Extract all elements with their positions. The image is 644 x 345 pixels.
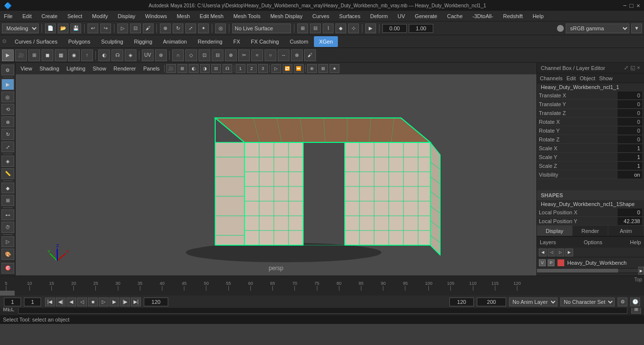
show-menu[interactable]: Show bbox=[90, 65, 110, 72]
channel-value[interactable]: 1 bbox=[618, 144, 642, 152]
render-view-left[interactable]: ▷ bbox=[1, 236, 14, 247]
layer-next-btn[interactable]: ▷ bbox=[556, 249, 564, 256]
move-tool-left[interactable]: ⊕ bbox=[1, 116, 14, 127]
tab-fx-caching[interactable]: FX Caching bbox=[246, 36, 284, 47]
object-menu[interactable]: Object bbox=[579, 75, 595, 81]
vp-camera-btn[interactable]: 🎥 bbox=[166, 64, 176, 73]
next-frame-btn[interactable]: ▶ bbox=[110, 298, 119, 306]
hypershade-left[interactable]: 🎨 bbox=[1, 249, 14, 259]
snap-grid[interactable]: ⊟ bbox=[310, 23, 321, 33]
menu-item-help[interactable]: Help bbox=[531, 12, 546, 20]
vp-xray-btn[interactable]: ☊ bbox=[222, 64, 232, 73]
scale-tool-left[interactable]: ⤢ bbox=[1, 141, 14, 152]
mirror-button[interactable]: ↔ bbox=[278, 49, 289, 61]
snap-curve[interactable]: ⌇ bbox=[323, 23, 333, 33]
channel-value[interactable]: 1 bbox=[618, 162, 642, 170]
menu-item--3dtoall-[interactable]: -3DtoAll- bbox=[470, 12, 495, 20]
show-menu[interactable]: Show bbox=[599, 75, 613, 81]
layer-playback[interactable]: P bbox=[548, 259, 555, 266]
smooth-button[interactable]: ◉ bbox=[68, 49, 80, 61]
local-pos-y-value[interactable]: 42.238 bbox=[618, 217, 642, 225]
local-pos-x-value[interactable]: 0 bbox=[618, 208, 642, 216]
paint-tool-left[interactable]: ◎ bbox=[1, 92, 14, 102]
grid-toggle[interactable]: ⊞ bbox=[297, 23, 308, 33]
channel-value[interactable]: 0 bbox=[618, 92, 642, 99]
relax-button[interactable]: ≈ bbox=[251, 49, 263, 61]
anim-prefs-btn[interactable]: ⚙ bbox=[618, 298, 627, 306]
color-space-toggle[interactable]: ▼ bbox=[631, 23, 642, 33]
workspace-dropdown[interactable]: Modeling bbox=[2, 23, 39, 33]
layer-scroll-thumb[interactable] bbox=[537, 269, 618, 273]
vp-bookmark-btn[interactable]: ★ bbox=[330, 64, 339, 73]
select-tool-button[interactable]: ▶ bbox=[2, 49, 14, 61]
view-menu[interactable]: View bbox=[18, 65, 35, 72]
current-frame-display[interactable] bbox=[24, 298, 41, 306]
value2-input[interactable] bbox=[409, 24, 433, 33]
tab-animation[interactable]: Animation bbox=[158, 36, 192, 47]
stop-btn[interactable]: ■ bbox=[88, 298, 98, 306]
new-file-button[interactable]: 📄 bbox=[45, 23, 56, 33]
help-menu[interactable]: Help bbox=[630, 239, 641, 245]
step-back-btn[interactable]: ◀| bbox=[56, 298, 66, 306]
menu-item-uv[interactable]: UV bbox=[396, 12, 407, 20]
display-toggle-left[interactable]: ⊞ bbox=[1, 195, 14, 206]
menu-item-windows[interactable]: Windows bbox=[143, 12, 169, 20]
value1-input[interactable] bbox=[382, 24, 407, 33]
menu-item-display[interactable]: Display bbox=[116, 12, 137, 20]
measure-left[interactable]: 📏 bbox=[1, 168, 14, 179]
smooth2-button[interactable]: ○ bbox=[265, 49, 276, 61]
soft-select-button[interactable]: ◎ bbox=[215, 23, 226, 33]
select-button[interactable]: ▷ bbox=[117, 23, 128, 33]
lasso-button[interactable]: ⊡ bbox=[130, 23, 141, 33]
close-button[interactable]: × bbox=[636, 2, 640, 9]
play-start-btn[interactable]: |◀ bbox=[45, 298, 55, 306]
bevel-button[interactable]: ◇ bbox=[185, 49, 197, 61]
menu-item-mesh[interactable]: Mesh bbox=[175, 12, 192, 20]
lighting-menu[interactable]: Lighting bbox=[64, 65, 89, 72]
play-back-btn[interactable]: ◁ bbox=[77, 298, 87, 306]
timeline-ruler[interactable]: Top 510152025303540455055606570758085909… bbox=[0, 276, 644, 291]
layer-prev2-btn[interactable]: ◁ bbox=[548, 249, 555, 256]
shading-menu[interactable]: Shading bbox=[37, 65, 62, 72]
menu-item-file[interactable]: File bbox=[2, 12, 15, 20]
pivot-left[interactable]: ⊷ bbox=[1, 209, 14, 220]
layer-visibility[interactable]: V bbox=[539, 259, 546, 266]
history-left[interactable]: ⏱ bbox=[1, 222, 14, 232]
vp-isolate-btn[interactable]: ◐ bbox=[189, 64, 199, 73]
vp-loop-btn[interactable]: 🔁 bbox=[283, 64, 292, 73]
channel-value[interactable]: 0 bbox=[618, 109, 642, 117]
snap-left[interactable]: ◈ bbox=[1, 156, 14, 166]
textured-button[interactable]: ▦ bbox=[55, 49, 67, 61]
panel-close-icon[interactable]: × bbox=[637, 65, 640, 71]
char-set-dropdown[interactable]: No Character Set bbox=[560, 298, 615, 306]
open-file-button[interactable]: 📂 bbox=[58, 23, 68, 33]
normals-button[interactable]: ↑ bbox=[81, 49, 93, 61]
universal-manip-button[interactable]: ✦ bbox=[198, 23, 209, 33]
target-weld-button[interactable]: ⊗ bbox=[291, 49, 303, 61]
uv-button[interactable]: UV bbox=[142, 49, 154, 61]
minimize-button[interactable]: − bbox=[623, 2, 627, 9]
insert-loop-button[interactable]: ⊕ bbox=[225, 49, 237, 61]
edit-menu[interactable]: Edit bbox=[566, 75, 576, 81]
rotate-tool-left[interactable]: ↻ bbox=[1, 129, 14, 139]
menu-item-create[interactable]: Create bbox=[40, 12, 60, 20]
vp-res3-btn[interactable]: 3 bbox=[258, 64, 268, 73]
paint-select-button[interactable]: 🖌 bbox=[143, 23, 154, 33]
current-frame-input[interactable] bbox=[4, 298, 21, 306]
rotate-button[interactable]: ↻ bbox=[173, 23, 183, 33]
channel-value[interactable]: 0 bbox=[618, 118, 642, 126]
maximize-button[interactable]: □ bbox=[630, 2, 634, 9]
menu-item-redshift[interactable]: Redshift bbox=[501, 12, 525, 20]
save-file-button[interactable]: 💾 bbox=[70, 23, 81, 33]
rp-tab-display[interactable]: Display bbox=[537, 226, 573, 236]
step-fwd-btn[interactable]: |▶ bbox=[120, 298, 130, 306]
prev-frame-btn[interactable]: ◀ bbox=[67, 298, 76, 306]
end-frame-input[interactable] bbox=[144, 298, 168, 306]
subdiv-button[interactable]: ⊛ bbox=[155, 49, 167, 61]
panels-menu[interactable]: Panels bbox=[140, 65, 163, 72]
range-end-display[interactable] bbox=[449, 298, 474, 306]
renderer-menu[interactable]: Renderer bbox=[111, 65, 139, 72]
tab-fx[interactable]: FX bbox=[228, 36, 245, 47]
menu-item-select[interactable]: Select bbox=[66, 12, 85, 20]
combine-button[interactable]: ∩ bbox=[172, 49, 184, 61]
